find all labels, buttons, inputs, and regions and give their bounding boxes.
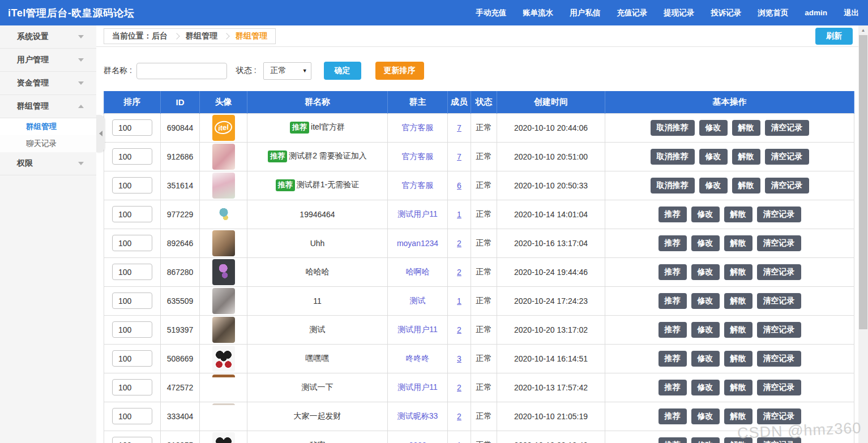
sort-input[interactable]	[112, 206, 152, 222]
edit-button[interactable]: 修改	[691, 351, 720, 367]
topbar-link-7[interactable]: 浏览首页	[758, 8, 788, 18]
members-link[interactable]: 2	[457, 268, 461, 277]
members-link[interactable]: 2	[457, 239, 461, 248]
clear-records-button[interactable]: 清空记录	[757, 322, 801, 338]
owner-link[interactable]: 测试用户11	[397, 209, 438, 218]
dissolve-button[interactable]: 解散	[732, 178, 760, 193]
clear-records-button[interactable]: 清空记录	[757, 264, 801, 280]
owner-link[interactable]: 测试	[410, 296, 426, 305]
sidebar-collapse-handle[interactable]	[96, 115, 105, 152]
sort-input[interactable]	[112, 119, 152, 136]
clear-records-button[interactable]: 清空记录	[765, 178, 809, 193]
recommend-button[interactable]: 推荐	[659, 235, 687, 251]
members-link[interactable]: 1	[457, 210, 461, 219]
edit-button[interactable]: 修改	[691, 293, 720, 309]
clear-records-button[interactable]: 清空记录	[757, 351, 801, 367]
members-link[interactable]: 2	[457, 325, 461, 334]
owner-link[interactable]: moyan1234	[397, 239, 438, 248]
owner-link[interactable]: 官方客服	[402, 152, 434, 161]
members-link[interactable]: 7	[457, 123, 461, 132]
update-sort-button[interactable]: 更新排序	[375, 62, 424, 80]
topbar-link-5[interactable]: 提现记录	[664, 8, 694, 18]
owner-link[interactable]: 哈啊哈	[406, 267, 430, 276]
members-link[interactable]: 3	[457, 354, 461, 363]
edit-button[interactable]: 修改	[691, 380, 720, 395]
breadcrumb-item-2[interactable]: 群组管理	[236, 31, 267, 41]
sort-input[interactable]	[112, 148, 152, 165]
clear-records-button[interactable]: 清空记录	[765, 149, 809, 165]
sidebar-item-5[interactable]: 权限	[0, 152, 96, 175]
dissolve-button[interactable]: 解散	[732, 120, 760, 136]
edit-button[interactable]: 修改	[691, 437, 720, 443]
dissolve-button[interactable]: 解散	[732, 149, 760, 165]
owner-link[interactable]: 测试用户11	[397, 325, 438, 334]
topbar-link-8[interactable]: admin	[805, 8, 827, 17]
topbar-link-3[interactable]: 用户私信	[570, 8, 600, 18]
edit-button[interactable]: 修改	[699, 120, 728, 136]
members-link[interactable]: 2	[457, 412, 461, 421]
members-link[interactable]: 6	[457, 181, 461, 190]
group-name-input[interactable]	[136, 63, 227, 79]
dissolve-button[interactable]: 解散	[724, 351, 752, 367]
sort-input[interactable]	[112, 177, 152, 193]
topbar-link-1[interactable]: 手动充值	[476, 8, 506, 18]
owner-link[interactable]: 咚咚咚	[406, 354, 430, 363]
sidebar-subitem-1[interactable]: 群组管理	[0, 118, 96, 135]
recommend-button[interactable]: 推荐	[659, 264, 687, 280]
topbar-link-2[interactable]: 账单流水	[523, 8, 553, 18]
edit-button[interactable]: 修改	[691, 207, 720, 222]
owner-link[interactable]: 官方客服	[402, 123, 434, 132]
dissolve-button[interactable]: 解散	[724, 437, 752, 443]
cancel-recommend-button[interactable]: 取消推荐	[651, 178, 695, 193]
edit-button[interactable]: 修改	[699, 149, 728, 165]
sidebar-item-3[interactable]: 资金管理	[0, 72, 96, 95]
dissolve-button[interactable]: 解散	[724, 322, 752, 338]
clear-records-button[interactable]: 清空记录	[757, 408, 801, 424]
recommend-button[interactable]: 推荐	[659, 437, 687, 443]
topbar-link-9[interactable]: 退出	[844, 8, 859, 18]
owner-link[interactable]: 测试用户11	[397, 382, 438, 392]
dissolve-button[interactable]: 解散	[724, 408, 752, 424]
topbar-link-6[interactable]: 投诉记录	[711, 8, 741, 18]
topbar-link-4[interactable]: 充值记录	[617, 8, 647, 18]
scroll-up-icon[interactable]: ▲	[858, 25, 868, 35]
sort-input[interactable]	[112, 293, 152, 309]
breadcrumb-item-1[interactable]: 群组管理	[186, 31, 217, 41]
recommend-button[interactable]: 推荐	[659, 408, 687, 424]
edit-button[interactable]: 修改	[691, 322, 720, 338]
cancel-recommend-button[interactable]: 取消推荐	[651, 120, 695, 136]
vertical-scrollbar[interactable]: ▲	[858, 25, 868, 443]
confirm-button[interactable]: 确定	[324, 62, 361, 80]
clear-records-button[interactable]: 清空记录	[765, 120, 809, 136]
owner-link[interactable]: 测试昵称33	[397, 411, 438, 420]
members-link[interactable]: 1	[457, 441, 461, 443]
cancel-recommend-button[interactable]: 取消推荐	[651, 149, 695, 165]
edit-button[interactable]: 修改	[691, 264, 720, 280]
owner-link[interactable]: 官方客服	[402, 180, 434, 190]
recommend-button[interactable]: 推荐	[659, 322, 687, 338]
edit-button[interactable]: 修改	[691, 235, 720, 251]
sidebar-item-2[interactable]: 用户管理	[0, 49, 96, 72]
sort-input[interactable]	[112, 264, 152, 280]
sort-input[interactable]	[112, 321, 152, 338]
members-link[interactable]: 1	[457, 296, 461, 306]
members-link[interactable]: 7	[457, 152, 461, 161]
dissolve-button[interactable]: 解散	[724, 293, 752, 309]
dissolve-button[interactable]: 解散	[724, 207, 752, 222]
recommend-button[interactable]: 推荐	[659, 293, 687, 309]
dissolve-button[interactable]: 解散	[724, 235, 752, 251]
sort-input[interactable]	[112, 350, 152, 367]
clear-records-button[interactable]: 清空记录	[757, 437, 801, 443]
scrollbar-thumb[interactable]	[859, 35, 867, 329]
status-select[interactable]: 正常 ▼	[263, 62, 311, 80]
sort-input[interactable]	[112, 408, 152, 424]
clear-records-button[interactable]: 清空记录	[757, 207, 801, 222]
members-link[interactable]: 2	[457, 383, 461, 392]
sort-input[interactable]	[112, 235, 152, 251]
dissolve-button[interactable]: 解散	[724, 264, 752, 280]
refresh-button[interactable]: 刷新	[815, 28, 853, 45]
edit-button[interactable]: 修改	[699, 178, 728, 193]
sort-input[interactable]	[112, 437, 152, 443]
sort-input[interactable]	[112, 379, 152, 395]
recommend-button[interactable]: 推荐	[659, 351, 687, 367]
